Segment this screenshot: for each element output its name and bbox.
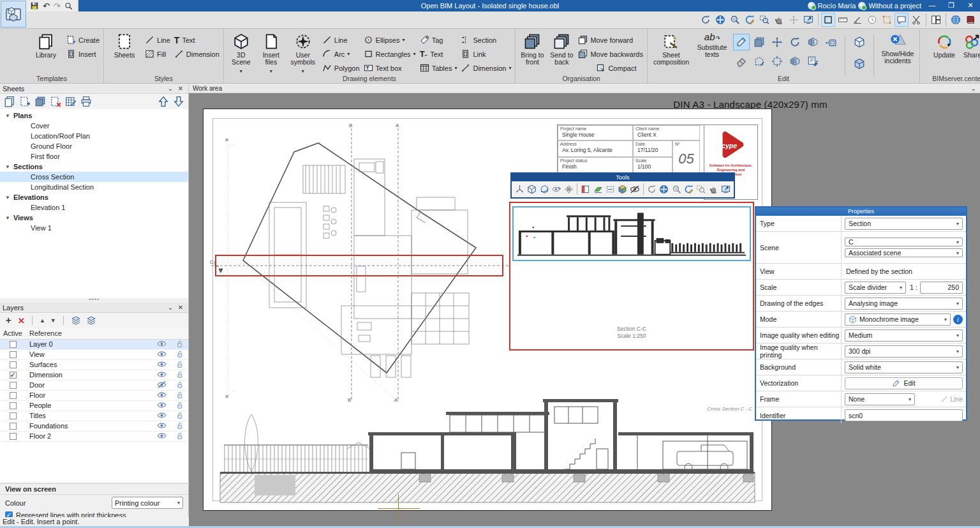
section-box-icon[interactable] (580, 183, 591, 195)
layer-active-checkbox[interactable] (10, 382, 17, 389)
draw-text-button[interactable]: T⌐Text (420, 48, 457, 60)
show-hide-incidents-button[interactable]: Show/Hide incidents (880, 31, 916, 64)
tree-expand-icon[interactable]: ▼ (5, 113, 10, 119)
layers-back-icon[interactable] (86, 315, 96, 326)
eye-icon[interactable] (157, 370, 167, 379)
sheet-item-cross-section[interactable]: Cross Section (0, 172, 188, 182)
zoom-previous-icon[interactable] (671, 183, 682, 195)
tree-expand-icon[interactable]: ▼ (5, 195, 10, 200)
associated-scene-select[interactable]: Associated scene▾ (845, 248, 963, 257)
duplicate-sheet-icon[interactable] (34, 96, 46, 107)
library-button[interactable]: Library (29, 31, 63, 59)
pan-icon[interactable] (772, 13, 786, 27)
plan-selection-rectangle[interactable] (215, 255, 503, 276)
share-button[interactable]: Share (961, 31, 980, 59)
drawing-canvas[interactable]: DIN A3 - Landscape (420x297) mm (189, 93, 980, 526)
layer-up-icon[interactable]: ▲ (40, 317, 45, 324)
substitute-texts-button[interactable]: ab↷Substitute texts (695, 31, 729, 58)
layer-active-checkbox[interactable] (10, 361, 17, 368)
zoom-extents-icon[interactable] (658, 183, 669, 195)
draw-textbox-button[interactable]: Text box (364, 62, 416, 74)
move-view-icon[interactable] (787, 13, 801, 27)
quality-editing-select[interactable]: Medium▾ (845, 329, 963, 342)
copy-sheet-icon[interactable] (4, 96, 15, 107)
lock-open-icon[interactable] (175, 360, 184, 368)
layer-row[interactable]: View (0, 349, 188, 359)
lock-open-icon[interactable] (175, 432, 184, 440)
layer-row[interactable]: Floor 2 (0, 431, 188, 441)
zoom-extents-icon[interactable] (713, 13, 727, 27)
lock-open-icon[interactable] (175, 391, 184, 399)
layer-down-icon[interactable]: ▼ (50, 317, 56, 324)
axes-icon[interactable] (514, 183, 525, 195)
rotate-view-icon[interactable] (699, 13, 713, 27)
3d-scene-button[interactable]: 3D Scene▾ (228, 31, 255, 75)
edges-select[interactable]: Analysing image▾ (845, 298, 963, 310)
layer-row[interactable]: Layer 0 (0, 339, 188, 349)
layer-row[interactable]: Titles (0, 411, 188, 421)
draw-line-button[interactable]: Line (322, 34, 360, 46)
protractor-icon[interactable] (865, 13, 879, 27)
undo-icon[interactable]: ↶ (43, 1, 50, 11)
insert-button[interactable]: Insert (66, 48, 100, 60)
move-forward-button[interactable]: Move forward (578, 34, 643, 46)
redraw-icon[interactable] (743, 13, 757, 27)
minimize-button[interactable]: — (924, 0, 940, 11)
help-book-icon[interactable] (963, 13, 977, 27)
sheet-item-first-floor[interactable]: First floor (0, 151, 188, 162)
delete-layer-icon[interactable]: ✕ (18, 316, 25, 326)
clip-plane-icon[interactable] (592, 183, 603, 195)
layer-active-checkbox[interactable] (10, 392, 17, 399)
info-icon[interactable]: i (953, 315, 963, 324)
edit-polygon-button[interactable] (751, 53, 768, 70)
tree-group-views[interactable]: ▼Views (0, 213, 188, 223)
layers-cube-icon[interactable] (617, 183, 628, 195)
tree-group-sections[interactable]: ▼Sections (0, 162, 188, 172)
draw-tag-button[interactable]: Tag (420, 34, 457, 46)
cube-outline-button[interactable] (851, 34, 868, 50)
insert-files-button[interactable]: Insert files▾ (258, 31, 284, 75)
lock-open-icon[interactable] (175, 411, 184, 419)
ortho-box-icon[interactable] (880, 13, 894, 27)
eye-icon[interactable] (157, 411, 167, 419)
sheet-item-ground-floor[interactable]: Ground Floor (0, 141, 188, 151)
orbit-cube-icon[interactable] (539, 183, 550, 195)
move-up-icon[interactable] (158, 96, 169, 107)
user-chip[interactable]: Rocío María (808, 2, 856, 10)
gimbal-icon[interactable] (563, 183, 574, 195)
lock-open-icon[interactable] (175, 421, 184, 430)
draw-dimension-button[interactable]: Dimension▾ (461, 62, 511, 74)
layers-front-icon[interactable] (71, 315, 81, 326)
sheet-composition-button[interactable]: Sheet composition (651, 31, 691, 66)
tools-floating-toolbar[interactable]: Tools (510, 172, 735, 199)
eye-off-icon[interactable] (157, 381, 167, 389)
frame-tool-icon[interactable] (821, 13, 835, 27)
layer-row[interactable]: Surfaces (0, 359, 188, 370)
eye-icon[interactable] (157, 340, 167, 348)
collapse-panel-icon[interactable]: ⌄ (165, 85, 175, 92)
close-button[interactable]: ✕ (962, 0, 979, 11)
background-select[interactable]: Solid white▾ (845, 361, 963, 373)
sheets-style-button[interactable]: Sheets (108, 31, 141, 59)
mirror-button[interactable] (805, 34, 821, 50)
layer-active-checkbox[interactable] (10, 341, 17, 348)
tree-expand-icon[interactable]: ▼ (5, 164, 10, 170)
line-style-button[interactable]: Line (145, 34, 170, 46)
eye-icon[interactable] (157, 401, 167, 409)
scale-divider-select[interactable]: Scale divider▾ (845, 282, 906, 294)
layer-active-checkbox[interactable] (10, 423, 17, 430)
update-button[interactable]: Update (932, 31, 957, 59)
identifier-input[interactable]: scn0 (845, 409, 963, 421)
move-backwards-button[interactable]: Move backwards (578, 48, 643, 60)
print-icon[interactable] (80, 96, 92, 107)
delete-sheet-icon[interactable] (50, 96, 61, 107)
redraw-icon[interactable] (683, 183, 694, 195)
zoom-window-icon[interactable] (757, 13, 771, 27)
slope-icon[interactable] (850, 13, 865, 27)
scene-select[interactable]: C▾ (845, 238, 963, 246)
eye-icon[interactable] (157, 421, 167, 430)
hidden-box-icon[interactable] (605, 183, 616, 195)
match-properties-button[interactable] (805, 53, 821, 70)
redo-icon[interactable]: ↷ (54, 1, 61, 11)
layer-active-checkbox[interactable] (10, 351, 17, 358)
